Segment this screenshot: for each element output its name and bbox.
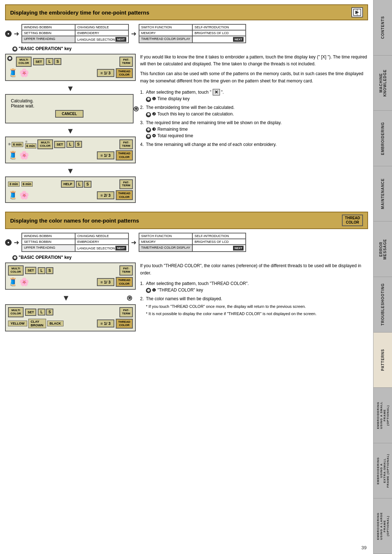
lcd-s2-s-2[interactable]: S: [46, 309, 54, 315]
s2-step1-num: 1.: [140, 280, 144, 287]
lcd-s2-l-2[interactable]: L: [38, 309, 45, 315]
lcd-s-1[interactable]: S: [54, 58, 62, 65]
section2-header: Displaying the color names for one-point…: [5, 212, 368, 229]
time-badge-3: 3 min: [8, 182, 20, 187]
down-arrow-2: ▼: [5, 126, 136, 136]
nav-s2-upper: UPPER THREADING: [22, 245, 75, 252]
lcd-s2-multi-2[interactable]: MULTI COLOR: [8, 307, 24, 317]
lcd-s2-pat-2[interactable]: PAT- TERM: [119, 307, 133, 317]
lcd-s2-l-1[interactable]: L: [38, 267, 45, 274]
lcd-l-3[interactable]: L: [76, 181, 83, 188]
lcd-s2-counter-1: ≡ 1/ 3: [97, 278, 114, 286]
s2-step2: 2. The color names will then be displaye…: [140, 296, 368, 317]
nav-cell-time-display: TIME/THREAD COLOR DISPLAY: [139, 36, 192, 43]
page-number: 39: [362, 545, 367, 550]
s2-step2-note2: * It is not possible to display the colo…: [146, 311, 368, 317]
s2-step2-note1: * If you touch "THREAD COLOR" once more,…: [146, 304, 368, 310]
nav-s2-switch: SWITCH FUNCTION: [139, 233, 192, 239]
lcd-set-2[interactable]: SET: [54, 141, 66, 148]
lcd-s-3[interactable]: S: [84, 181, 91, 188]
color-black: BLACK: [47, 321, 64, 326]
sidebar-item-maintenance[interactable]: MAINTENANCE: [373, 166, 392, 222]
lcd-pat-term-2[interactable]: PAT- TERM: [119, 139, 133, 150]
step1-sub: ❶ Time display key: [152, 96, 189, 101]
nav-cell-switch: SWITCH FUNCTION: [139, 24, 192, 30]
sidebar-item-small-frame[interactable]: EMBROIDERING USING A SMALL FRAME (OPTION…: [373, 388, 392, 443]
lcd-s2-set-2[interactable]: SET: [25, 309, 37, 316]
s2-step2-text: The color names will then be displayed.: [146, 296, 222, 301]
down-arrow-1: ▼: [5, 84, 136, 93]
section1-screens: ❶ MULTI COLOR SET L S PAT- TERM 🧵 🌸 ≡ 1/…: [5, 54, 136, 206]
nav-s2-time-display: TIME/THREAD COLOR DISPLAY: [139, 245, 192, 252]
lcd-s-2[interactable]: S: [75, 141, 82, 148]
step4-num: 4.: [140, 141, 144, 148]
lcd-thread-color-3[interactable]: THREAD COLOR: [116, 190, 133, 200]
section2-instructions: If you touch "THREAD COLOR", the color n…: [140, 262, 368, 334]
step1: 1. After selecting the pattern, touch " …: [140, 89, 368, 102]
nav-circle-2: ●: [5, 239, 12, 246]
lcd-s2-screen-2: MULTI COLOR SET L S PAT- TERM YELLOW CLA…: [5, 304, 136, 331]
step3-sub2: ❹ Total required time: [152, 133, 193, 138]
lcd-s2-set-1[interactable]: SET: [25, 267, 37, 274]
nav-cell-self-intro: SELF-INTRODUCTION: [192, 24, 246, 30]
sidebar-label-small-frame: EMBROIDERING USING A SMALL FRAME (OPTION…: [376, 402, 389, 429]
sidebar-item-troubleshooting[interactable]: TROUBLESHOOTING: [373, 277, 392, 333]
nav-s2-self: SELF-INTRODUCTION: [192, 233, 246, 239]
sidebar-item-large-frame[interactable]: EMBROIDERING USING A LARGE FRAME (OPTION…: [373, 498, 392, 554]
lcd-s2-ls-2: L S: [38, 309, 53, 315]
color-yellow: YELLOW: [8, 321, 27, 326]
nav-s2-memory: MEMORY: [139, 239, 192, 245]
nav-s2-next-btn-1[interactable]: NEXT: [115, 246, 126, 250]
nav-s2-embroidery: EMBROIDERY: [75, 239, 128, 245]
sidebar-item-error-message[interactable]: ERROR MESSAGE: [373, 221, 392, 277]
lcd-s2-multi-1[interactable]: MULTI COLOR: [8, 265, 24, 276]
lcd-s2-thread-color-1[interactable]: THREAD COLOR: [116, 277, 133, 287]
lcd-l-1[interactable]: L: [46, 58, 53, 65]
section1-header: Displaying the embroidery time for one-p…: [5, 4, 368, 20]
lcd-multi-color-1[interactable]: MULTI COLOR: [16, 57, 32, 67]
sidebar-item-extra-small-frame[interactable]: EMBROIDERING USING A EXTRA-SMALL FRAME (…: [373, 443, 392, 499]
lcd-pat-term-1[interactable]: PAT- TERM: [119, 57, 133, 67]
section1-body: ❶ MULTI COLOR SET L S PAT- TERM 🧵 🌸 ≡ 1/…: [5, 54, 368, 206]
lcd-set-1[interactable]: SET: [33, 58, 45, 65]
section2-title: Displaying the color names for one-point…: [10, 217, 139, 224]
s2-step2-num: 2.: [140, 296, 144, 302]
nav-s2-language: LANGUAGE SELECTION NEXT: [75, 245, 128, 252]
lcd-s2-thread-color-2[interactable]: THREAD COLOR: [116, 319, 133, 329]
nav-s2-next-btn-2[interactable]: NEXT: [233, 246, 244, 250]
lcd-thread-color-2[interactable]: THREAD COLOR: [116, 150, 133, 160]
sidebar-item-machine-knowledge[interactable]: MACHINE KNOWLEDGE: [373, 56, 392, 111]
section2-screens: MULTI COLOR SET L S PAT- TERM 🧵 🌸 ≡ 1/ 3…: [5, 262, 136, 334]
nav-cell-language: LANGUAGE SELECTION NEXT: [75, 36, 128, 43]
nav-box-4: SWITCH FUNCTION SELF-INTRODUCTION MEMORY…: [139, 233, 246, 252]
time-badge-1: 6 min: [12, 142, 23, 147]
lcd-multi-color-2[interactable]: MULTI COLOR: [37, 139, 53, 150]
nav-box-1: WINDING BOBBIN CHANGING NEEDLE SETTING B…: [21, 24, 129, 43]
lcd-s2-pat-1[interactable]: PAT- TERM: [119, 265, 133, 276]
section1-intro-text: If you would like to know the time it ta…: [140, 54, 368, 68]
step4: 4. The time remaining will change at the…: [140, 141, 368, 148]
lcd-pat-term-3[interactable]: PAT- TERM: [119, 179, 133, 190]
nav-next-btn-2[interactable]: NEXT: [233, 37, 244, 42]
time-badge-2: 6 min: [25, 143, 37, 148]
sidebar-label-maintenance: MAINTENANCE: [381, 178, 385, 209]
step2-num: 2.: [140, 104, 144, 111]
nav-next-btn-1[interactable]: NEXT: [115, 37, 126, 42]
lcd-thread-color-1[interactable]: THREAD COLOR: [116, 68, 133, 78]
lcd-l-2[interactable]: L: [66, 141, 74, 148]
nav-s2-changing: CHANGING NEEDLE: [75, 233, 128, 239]
lcd-help-btn[interactable]: HELP: [61, 180, 75, 188]
cancel-button[interactable]: CANCEL: [55, 110, 83, 118]
step1-num: 1.: [140, 89, 144, 95]
lcd-s2-s-1[interactable]: S: [46, 267, 54, 274]
sidebar-item-embroidering[interactable]: EMBROIDERING: [373, 111, 392, 166]
nav-cell-changing: CHANGING NEEDLE: [75, 24, 128, 30]
sidebar-item-contents[interactable]: CONTENTS: [373, 0, 392, 56]
lcd-counter-3: ≡ 2/ 3: [97, 191, 114, 199]
step4-text: The time remaining will change at the en…: [146, 142, 277, 147]
lcd-screen-1: ❶ MULTI COLOR SET L S PAT- TERM 🧵 🌸 ≡ 1/…: [5, 54, 136, 81]
sidebar-label-error: ERROR MESSAGE: [379, 239, 387, 260]
nav-cell-memory: MEMORY: [139, 30, 192, 36]
sidebar-item-patterns[interactable]: PATTERNS: [373, 333, 392, 388]
step3-num: 3.: [140, 119, 144, 126]
